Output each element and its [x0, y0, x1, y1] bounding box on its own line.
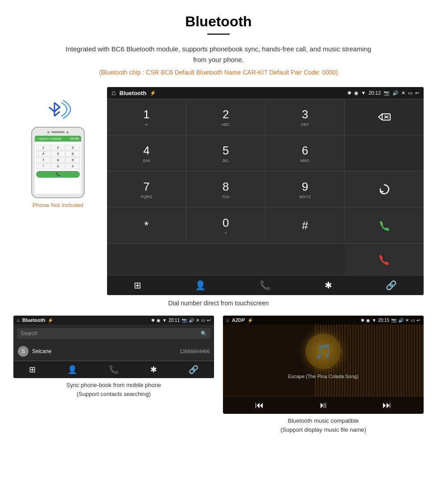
end-call-row — [107, 243, 424, 275]
pb-contact-row[interactable]: S Seicane 13566664466 — [13, 342, 214, 361]
dp-sub-7: PQRS — [141, 195, 153, 199]
dp-sub-5: JKL — [222, 158, 229, 163]
dp-num-star: * — [144, 219, 148, 233]
pb-contact-number: 13566664466 — [180, 349, 210, 354]
dp-key-1[interactable]: 1 ∞ — [107, 99, 186, 135]
phone-container: + Add to Contacts MORE 1 2 3 4 5 6 7 8 9 — [13, 96, 103, 208]
music-loc-icon: ◉ — [366, 318, 370, 323]
dialpad-link-icon[interactable]: 🔗 — [386, 280, 397, 291]
pb-status-left: ⌂ Bluetooth ⚡ — [17, 317, 53, 323]
dp-key-9[interactable]: 9 WXYZ — [266, 171, 345, 207]
dp-sub-8: TUV — [222, 195, 230, 199]
music-song-title: Escape (The Pina Colada Song) — [288, 374, 359, 379]
dp-num-0: 0 — [223, 216, 229, 230]
phone-key-9[interactable]: 9 — [66, 157, 80, 163]
phone-key-6[interactable]: 6 — [66, 151, 80, 157]
phone-key-8[interactable]: 8 — [51, 157, 65, 163]
phonebook-caption: Sync phone-book from mobile phone (Suppo… — [13, 381, 214, 398]
dp-sub-1: ∞ — [145, 122, 148, 127]
phone-top-bar — [35, 131, 81, 133]
phone-call-button[interactable]: 📞 — [36, 171, 80, 178]
phone-mockup: + Add to Contacts MORE 1 2 3 4 5 6 7 8 9 — [31, 127, 85, 198]
pb-usb-icon: ⚡ — [48, 318, 53, 323]
home-icon[interactable]: ⌂ — [111, 89, 116, 97]
dp-key-6[interactable]: 6 MNO — [266, 135, 345, 171]
music-status-bar: ⌂ A2DP ⚡ ✱ ◉ ▼ 20:15 📷 🔊 ✕ ▭ ↩ — [223, 316, 424, 325]
description-text: Integrated with BC6 Bluetooth module, su… — [62, 44, 375, 65]
dialpad-contacts-icon[interactable]: 👤 — [195, 280, 206, 291]
dp-num-9: 9 — [302, 180, 308, 194]
pb-search-icon: 🔍 — [201, 331, 207, 337]
phone-key-star[interactable]: * — [36, 163, 50, 169]
close-icon: ✕ — [401, 90, 405, 96]
dp-key-end[interactable] — [345, 244, 424, 275]
pb-nav-bt[interactable]: ✱ — [150, 365, 157, 375]
phonebook-item: ⌂ Bluetooth ⚡ ✱ ◉ ▼ 20:11 📷 🔊 ✕ ▭ ↩ — [13, 316, 214, 434]
phone-key-7[interactable]: 7 — [36, 157, 50, 163]
status-bar-left: ⌂ Bluetooth ⚡ — [111, 89, 156, 97]
pb-nav-link[interactable]: 🔗 — [189, 365, 198, 375]
pb-nav-grid[interactable]: ⊞ — [29, 365, 36, 375]
window-icon: ▭ — [408, 90, 412, 96]
music-prev-btn[interactable]: ⏮ — [255, 400, 264, 410]
refresh-svg — [378, 183, 391, 196]
dialpad-grid: 1 ∞ 2 ABC 3 DEF 4 G — [107, 99, 424, 243]
music-vol-icon: 🔊 — [398, 318, 404, 323]
dp-key-5[interactable]: 5 JKL — [186, 135, 265, 171]
phone-key-0[interactable]: 0 — [51, 163, 65, 169]
dialpad-screenshot: ⌂ Bluetooth ⚡ ✱ ◉ ▼ 20:12 📷 🔊 ✕ ▭ ↩ 1 ∞ — [107, 87, 424, 295]
bottom-row: ⌂ Bluetooth ⚡ ✱ ◉ ▼ 20:11 📷 🔊 ✕ ▭ ↩ — [0, 316, 437, 434]
dp-key-hash[interactable]: # — [266, 208, 345, 243]
phone-key-2[interactable]: 2 — [51, 145, 65, 150]
music-status-right: ✱ ◉ ▼ 20:15 📷 🔊 ✕ ▭ ↩ — [361, 318, 420, 323]
pb-vol-icon: 🔊 — [189, 318, 194, 323]
location-icon: ◉ — [354, 90, 359, 96]
pb-bottom-nav: ⊞ 👤 📞 ✱ 🔗 — [13, 361, 214, 378]
music-next-btn[interactable]: ⏭ — [383, 400, 392, 410]
specs-text: (Bluetooth chip : CSR BC6 Default Blueto… — [0, 69, 437, 76]
dp-key-refresh[interactable] — [345, 171, 424, 207]
phone-key-4[interactable]: 4 — [36, 151, 50, 157]
dp-key-call[interactable] — [345, 208, 424, 243]
music-controls: ⏮ ⏯ ⏭ — [223, 396, 424, 414]
dp-num-1: 1 — [143, 108, 149, 121]
phone-dot — [47, 131, 49, 133]
dp-key-backspace[interactable] — [345, 99, 424, 135]
phone-key-hash[interactable]: # — [66, 163, 80, 169]
pb-app-title: Bluetooth — [22, 317, 45, 323]
pb-status-right: ✱ ◉ ▼ 20:11 📷 🔊 ✕ ▭ ↩ — [151, 318, 210, 323]
bluetooth-icon-area — [45, 96, 71, 125]
pb-nav-phone[interactable]: 📞 — [109, 365, 119, 375]
dp-key-8[interactable]: 8 TUV — [186, 171, 265, 207]
pb-nav-person[interactable]: 👤 — [67, 365, 77, 375]
dp-sub-2: ABC — [222, 122, 230, 127]
pb-search-bar[interactable]: Search 🔍 — [17, 328, 210, 339]
dp-key-star[interactable]: * — [107, 208, 186, 243]
dialpad-grid-icon[interactable]: ⊞ — [134, 280, 141, 291]
music-play-btn[interactable]: ⏯ — [319, 400, 328, 410]
music-x-icon: ✕ — [405, 318, 409, 323]
phone-key-1[interactable]: 1 — [36, 145, 50, 150]
pb-search-text: Search — [21, 330, 37, 337]
title-divider — [207, 33, 230, 35]
dp-key-4[interactable]: 4 GHI — [107, 135, 186, 171]
dp-key-3[interactable]: 3 DEF — [266, 99, 345, 135]
dp-num-2: 2 — [223, 108, 229, 121]
phone-key-3[interactable]: 3 — [66, 145, 80, 150]
music-caption-line1: Bluetooth music compatible — [288, 417, 359, 424]
pb-home-icon[interactable]: ⌂ — [17, 318, 20, 323]
dp-key-2[interactable]: 2 ABC — [186, 99, 265, 135]
music-bt-icon: ✱ — [361, 318, 364, 323]
pb-time: 20:11 — [169, 318, 180, 323]
music-home-icon[interactable]: ⌂ — [227, 318, 229, 323]
pb-bt-icon: ✱ — [151, 318, 155, 323]
back-icon: ↩ — [415, 90, 419, 96]
dp-key-0[interactable]: 0 + — [186, 208, 265, 243]
dialpad-bluetooth-icon[interactable]: ✱ — [325, 280, 332, 291]
dp-key-7[interactable]: 7 PQRS — [107, 171, 186, 207]
phone-key-5[interactable]: 5 — [51, 151, 65, 157]
dialpad-phone-icon[interactable]: 📞 — [260, 280, 271, 291]
phone-speaker — [51, 131, 65, 133]
music-app-title: A2DP — [232, 317, 245, 323]
dialpad-status-bar: ⌂ Bluetooth ⚡ ✱ ◉ ▼ 20:12 📷 🔊 ✕ ▭ ↩ — [107, 87, 424, 99]
